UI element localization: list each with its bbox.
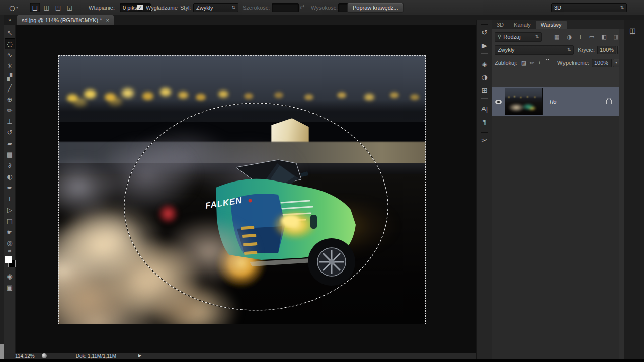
options-bar: ○ ▾ □ ◫ ◰ ◲ Wtapianie: 0 piks ✓ Wygładza… (0, 0, 644, 16)
clone-stamp-tool[interactable]: ⊥ (5, 116, 15, 127)
tab-layers[interactable]: Warstwy (536, 21, 567, 29)
width-input[interactable] (272, 3, 299, 12)
lock-pixels-icon[interactable]: ✏ (530, 60, 534, 66)
visibility-toggle[interactable] (492, 100, 505, 104)
style-select[interactable]: Zwykły ⇅ (193, 3, 238, 12)
add-selection-button[interactable]: ◫ (42, 3, 51, 12)
type-filter-icon[interactable]: T (579, 34, 582, 40)
status-icon (42, 353, 47, 358)
zoom-level-field[interactable]: 114,12% (15, 353, 35, 359)
feather-label: Wtapianie: (89, 5, 115, 11)
new-selection-button[interactable]: □ (30, 3, 40, 12)
move-tool[interactable]: ↖ (5, 27, 15, 38)
history-panel-icon[interactable]: ↺ (477, 26, 492, 39)
healing-brush-tool[interactable]: ⊕ (5, 94, 15, 105)
link-dimensions-icon[interactable]: ⇄ (300, 4, 304, 10)
type-tool[interactable]: T (5, 193, 15, 204)
subtract-selection-button[interactable]: ◰ (53, 3, 63, 12)
photoshop-window: ○ ▾ □ ◫ ◰ ◲ Wtapianie: 0 piks ✓ Wygładza… (0, 0, 644, 362)
dodge-tool[interactable]: ◐ (5, 171, 15, 182)
brush-tool[interactable]: ✏ (5, 105, 15, 116)
smudge-tool[interactable]: ∂ (5, 160, 15, 171)
panel-dock-strip: ↺ ▶ ◈ ◑ ⊞ A| ¶ ✂ (476, 20, 492, 362)
adjustments-panel-icon[interactable]: ◑ (477, 70, 492, 83)
quick-selection-tool[interactable]: ✳ (5, 60, 15, 71)
canvas[interactable]: FALKEN (58, 55, 426, 324)
paragraph-panel-icon[interactable]: ¶ (477, 115, 492, 128)
layer-comps-panel-icon[interactable]: ⊞ (477, 83, 492, 97)
tab-channels[interactable]: Kanały (509, 21, 536, 29)
filter-kind-value: Rodzaj (503, 34, 520, 40)
dock-grip[interactable] (481, 98, 488, 101)
status-menu-arrow[interactable]: ▶ (138, 354, 141, 358)
crossed-tools-panel-icon[interactable]: ✂ (477, 134, 492, 147)
layer-list-empty (492, 116, 619, 362)
pixel-filter-icon[interactable]: ▦ (554, 34, 559, 40)
doc-size-label: Dok: 1,11M/1,11M (76, 353, 116, 359)
dock-grip[interactable] (481, 130, 488, 133)
left-edge (0, 15, 4, 359)
fill-input[interactable]: 100% (592, 59, 612, 67)
intersect-selection-button[interactable]: ◲ (65, 3, 74, 12)
gradient-tool[interactable]: ▤ (5, 149, 15, 160)
layer-filter-select[interactable]: ⚲ Rodzaj ⇅ (495, 32, 542, 42)
materials-panel-icon[interactable]: ◈ (477, 57, 492, 70)
spinner-icon: ⇅ (535, 35, 539, 39)
zoom-tool[interactable]: ◎ (5, 237, 15, 248)
antialias-checkbox[interactable]: ✓ (137, 4, 143, 11)
selection-mode-group: □ ◫ ◰ ◲ (30, 3, 74, 12)
actions-panel-icon[interactable]: ▶ (477, 39, 492, 52)
lock-all-icon[interactable] (545, 61, 550, 65)
options-bar-grip[interactable] (2, 3, 4, 12)
history-brush-tool[interactable]: ↺ (5, 127, 15, 138)
path-selection-tool[interactable]: ▷ (5, 204, 15, 215)
height-label: Wysokość: (311, 5, 338, 11)
quick-mask-button[interactable]: ◉ (5, 270, 15, 282)
lasso-tool[interactable]: ∿ (5, 49, 15, 60)
panel-menu-icon[interactable]: ≡ (619, 22, 622, 28)
spinner-icon: ⇅ (620, 6, 624, 10)
fill-label: Wypełnienie: (557, 60, 589, 66)
foreground-color-swatch[interactable] (5, 256, 12, 263)
eraser-tool[interactable]: ▰ (5, 138, 15, 149)
color-swatches (4, 255, 16, 270)
screen-mode-button[interactable]: ▣ (5, 282, 15, 293)
document-tab[interactable]: sd.jpg @ 114% (RGB/8/CMYK) * × (17, 15, 114, 25)
top-filler (476, 15, 644, 20)
pen-tool[interactable]: ✒ (5, 182, 15, 193)
collapsed-panel-icon[interactable]: ◫ ••• (629, 27, 635, 36)
opacity-input[interactable]: 100% (597, 46, 616, 54)
status-bar: 114,12% Dok: 1,11M/1,11M ▶ (4, 353, 476, 359)
character-panel-icon[interactable]: A| (477, 102, 492, 115)
dock-grip[interactable] (481, 53, 488, 56)
close-icon[interactable]: × (106, 17, 109, 23)
layer-row-background[interactable]: Tło (492, 87, 619, 116)
hand-tool[interactable]: ☛ (5, 226, 15, 237)
layers-panel-body: ⚲ Rodzaj ⇅ ▦ ◑ T ▭ ◧ ◨ Zwykły ⇅ Kr (492, 29, 624, 362)
layer-thumbnail[interactable] (505, 88, 543, 115)
swap-colors-icon[interactable]: ⇄ (8, 249, 12, 253)
adjustment-filter-icon[interactable]: ◑ (567, 34, 572, 40)
far-right-strip: ◫ ••• (624, 20, 644, 362)
shape-filter-icon[interactable]: ▭ (589, 34, 594, 40)
lock-position-icon[interactable]: + (538, 60, 541, 66)
panel-right-edge (619, 29, 624, 362)
crop-tool[interactable]: ▞ (5, 71, 15, 82)
elliptical-marquee-tool[interactable]: ◌ (5, 38, 15, 49)
smart-object-filter-icon[interactable]: ◧ (601, 34, 606, 40)
bottom-strip (0, 359, 644, 362)
refine-edge-button[interactable]: Popraw krawędź... (347, 3, 404, 13)
workspace-select[interactable]: 3D ⇅ (551, 3, 627, 12)
tool-preset-picker[interactable]: ○ ▾ (7, 2, 27, 13)
search-icon: ⚲ (498, 34, 501, 39)
blend-mode-select[interactable]: Zwykły ⇅ (495, 45, 574, 55)
dock-grip[interactable] (481, 22, 488, 25)
spinner-icon: ⇅ (231, 6, 235, 10)
lock-transparency-icon[interactable]: ▨ (521, 60, 526, 66)
eyedropper-tool[interactable]: ╱ (5, 82, 15, 94)
layer-name[interactable]: Tło (549, 99, 606, 105)
filter-toggle-icon[interactable]: ◨ (614, 34, 619, 40)
tab-3d[interactable]: 3D (492, 21, 509, 29)
shape-tool[interactable]: □ (5, 215, 15, 226)
panel-collapse-icon[interactable]: » (8, 17, 10, 23)
